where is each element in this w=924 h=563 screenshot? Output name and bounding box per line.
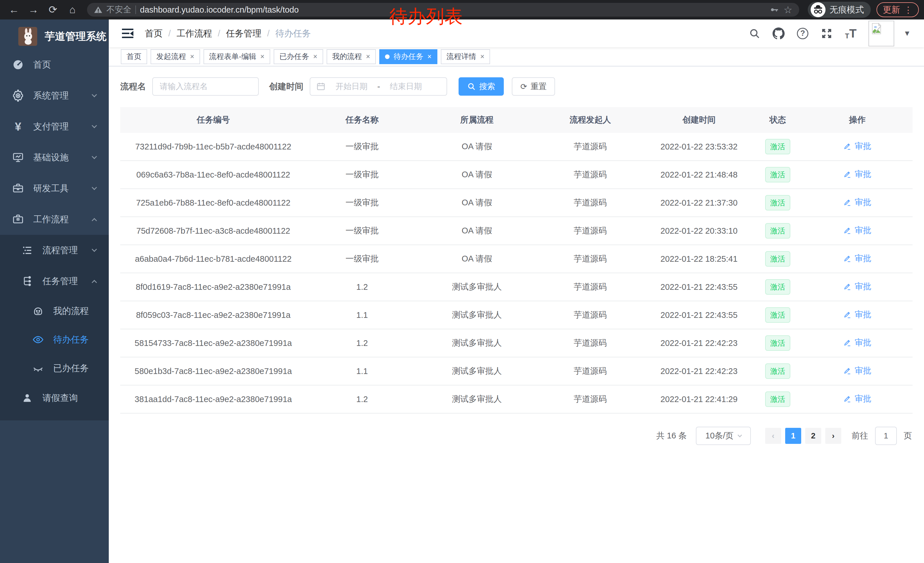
next-page-button[interactable]: ›: [825, 428, 841, 444]
status-badge: 激活: [765, 139, 790, 155]
chevron-down-icon: [92, 154, 97, 159]
security-label[interactable]: 不安全: [106, 4, 131, 15]
approve-link[interactable]: 审批: [843, 141, 872, 152]
tag-tab-todo-tasks[interactable]: 待办任务×: [379, 49, 437, 64]
edit-pencil-icon: [843, 311, 852, 319]
cell-task-id: 069c6a63-7b8a-11ec-8ef0-acde48001122: [120, 170, 306, 180]
tag-tab-home[interactable]: 首页: [121, 49, 147, 64]
help-icon[interactable]: ?: [796, 27, 809, 40]
page-size-select[interactable]: 10条/页: [696, 427, 751, 445]
edit-pencil-icon: [843, 395, 852, 403]
edit-pencil-icon: [843, 338, 852, 347]
approve-link[interactable]: 审批: [843, 225, 872, 236]
prev-page-button[interactable]: ‹: [765, 428, 781, 444]
briefcase-icon: [12, 213, 25, 226]
process-name-input[interactable]: [160, 82, 251, 91]
breadcrumb-workflow[interactable]: 工作流程: [177, 27, 212, 39]
sidebar-item-done-tasks[interactable]: 已办任务: [0, 354, 109, 383]
todo-task-table: 任务编号 任务名称 所属流程 流程发起人 创建时间 状态 操作 73211d9d…: [120, 107, 912, 413]
close-icon[interactable]: ×: [428, 53, 432, 61]
divider: [135, 6, 136, 14]
avatar[interactable]: [868, 21, 894, 47]
approve-link[interactable]: 审批: [843, 169, 872, 180]
approve-link[interactable]: 审批: [843, 393, 872, 405]
sidebar-item-process-mgmt[interactable]: 流程管理: [0, 235, 109, 266]
home-icon[interactable]: ⌂: [63, 0, 81, 20]
sidebar-item-devtools[interactable]: 研发工具: [0, 173, 109, 204]
close-icon[interactable]: ×: [260, 53, 264, 61]
sidebar-item-payment[interactable]: ¥ 支付管理: [0, 111, 109, 142]
breadcrumb-task-mgmt[interactable]: 任务管理: [226, 27, 261, 39]
font-size-icon[interactable]: [844, 27, 857, 40]
fullscreen-icon[interactable]: [820, 27, 833, 40]
sidebar-item-task-mgmt[interactable]: 任务管理: [0, 266, 109, 297]
top-navbar: 首页 / 工作流程 / 任务管理 / 待办任务 ? ▼: [109, 20, 924, 47]
date-range-picker[interactable]: -: [310, 77, 447, 96]
approve-link[interactable]: 审批: [843, 365, 872, 377]
incognito-icon: [811, 2, 825, 17]
back-icon[interactable]: ←: [5, 0, 23, 20]
app-title: 芋道管理系统: [45, 30, 106, 44]
tab-label: 发起流程: [156, 51, 186, 62]
page-1-button[interactable]: 1: [785, 428, 801, 444]
approve-link[interactable]: 审批: [843, 309, 872, 320]
sidebar-item-label: 已办任务: [53, 362, 89, 374]
reload-icon[interactable]: ⟳: [44, 0, 62, 20]
col-task-id: 任务编号: [120, 114, 306, 126]
chevron-down-icon: [92, 123, 97, 128]
reset-button[interactable]: ⟳ 重置: [512, 77, 555, 96]
cell-process: 测试多审批人: [418, 281, 536, 293]
pagination: 共 16 条 10条/页 ‹ 1 2 › 前往 页: [120, 427, 912, 445]
tag-tab-done-tasks[interactable]: 已办任务×: [274, 49, 323, 64]
end-date-input[interactable]: [383, 82, 429, 91]
table-row: 069c6a63-7b8a-11ec-8ef0-acde48001122 一级审…: [120, 161, 912, 189]
edit-pencil-icon: [843, 254, 852, 263]
approve-link[interactable]: 审批: [843, 197, 872, 208]
close-icon[interactable]: ×: [313, 53, 318, 61]
sidebar-item-todo-tasks[interactable]: 待办任务: [0, 325, 109, 354]
sidebar-item-leave-query[interactable]: 请假查询: [0, 383, 109, 413]
col-status: 状态: [753, 114, 802, 126]
tag-tab-process-form-edit[interactable]: 流程表单-编辑×: [204, 49, 270, 64]
start-date-input[interactable]: [328, 82, 374, 91]
avatar-caret-down-icon[interactable]: ▼: [903, 29, 911, 38]
breadcrumb-home[interactable]: 首页: [145, 27, 163, 39]
cell-actions: 审批: [802, 393, 912, 405]
tag-tab-start-process[interactable]: 发起流程×: [151, 49, 200, 64]
sidebar-toggle-icon[interactable]: [122, 29, 134, 38]
password-key-icon[interactable]: [770, 5, 780, 15]
approve-link[interactable]: 审批: [843, 253, 872, 264]
cell-process: 测试多审批人: [418, 365, 536, 377]
search-button[interactable]: 搜索: [459, 77, 504, 96]
cell-created: 2022-01-22 21:37:30: [645, 198, 753, 208]
tag-tab-my-process[interactable]: 我的流程×: [327, 49, 376, 64]
close-icon[interactable]: ×: [480, 53, 484, 61]
search-icon[interactable]: [748, 27, 761, 40]
bookmark-star-icon[interactable]: ☆: [784, 4, 792, 15]
edit-pencil-icon: [843, 226, 852, 235]
status-badge: 激活: [765, 223, 790, 239]
approve-link[interactable]: 审批: [843, 281, 872, 293]
approve-label: 审批: [855, 225, 872, 236]
close-icon[interactable]: ×: [190, 53, 194, 61]
page-2-button[interactable]: 2: [805, 428, 821, 444]
close-icon[interactable]: ×: [366, 53, 370, 61]
tab-label: 已办任务: [279, 51, 309, 62]
process-name-field[interactable]: [152, 77, 259, 96]
tag-tab-process-detail[interactable]: 流程详情×: [441, 49, 490, 64]
sidebar-item-workflow[interactable]: 工作流程: [0, 204, 109, 235]
sidebar-item-home[interactable]: 首页: [0, 49, 109, 80]
app-logo-row[interactable]: 芋道管理系统: [0, 20, 109, 49]
sidebar-item-my-process[interactable]: 我的流程: [0, 297, 109, 325]
sidebar-item-infrastructure[interactable]: 基础设施: [0, 142, 109, 173]
cell-process: 测试多审批人: [418, 309, 536, 321]
sidebar-item-system[interactable]: 系统管理: [0, 80, 109, 111]
cell-task-id: 73211d9d-7b9b-11ec-b5b7-acde48001122: [120, 142, 306, 152]
annotation-todo-list: 待办列表: [389, 4, 463, 29]
approve-link[interactable]: 审批: [843, 337, 872, 348]
update-button[interactable]: 更新 ⋮: [876, 2, 919, 17]
browser-menu-dots-icon[interactable]: ⋮: [904, 5, 912, 15]
goto-page-input[interactable]: [875, 427, 897, 445]
forward-icon[interactable]: →: [25, 0, 42, 20]
github-icon[interactable]: [772, 27, 785, 40]
